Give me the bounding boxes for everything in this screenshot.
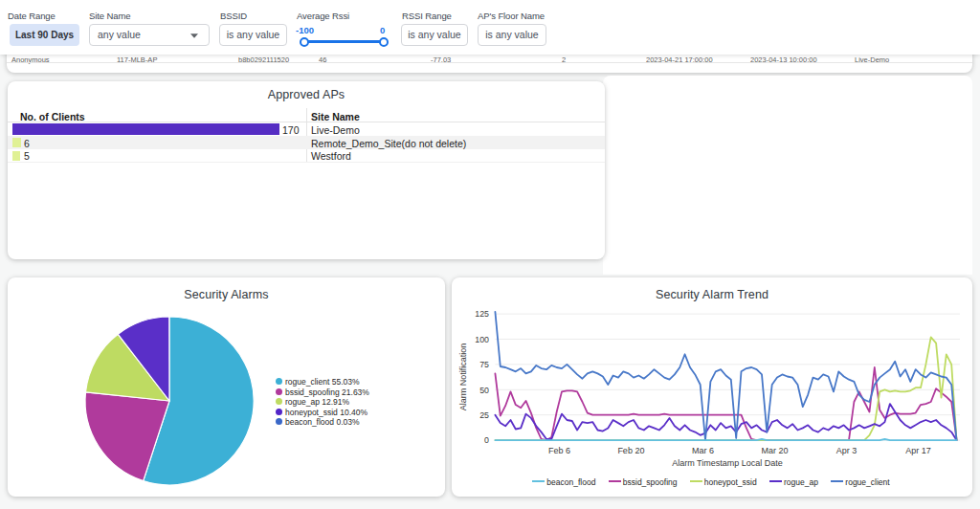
- svg-text:Apr 17: Apr 17: [905, 446, 931, 455]
- svg-text:75: 75: [479, 360, 489, 369]
- svg-text:25: 25: [479, 410, 489, 420]
- svg-text:Alarm Notification: Alarm Notification: [458, 343, 468, 411]
- svg-text:Mar 6: Mar 6: [692, 446, 714, 455]
- svg-text:Feb 20: Feb 20: [617, 446, 644, 455]
- svg-text:Apr 3: Apr 3: [836, 446, 858, 455]
- svg-text:0: 0: [484, 435, 489, 445]
- svg-text:Mar 20: Mar 20: [761, 446, 788, 455]
- svg-text:125: 125: [475, 309, 489, 319]
- svg-text:Alarm Timestamp Local Date: Alarm Timestamp Local Date: [672, 458, 783, 468]
- svg-text:50: 50: [479, 386, 489, 395]
- svg-text:Feb 6: Feb 6: [548, 446, 570, 455]
- svg-text:100: 100: [475, 335, 489, 344]
